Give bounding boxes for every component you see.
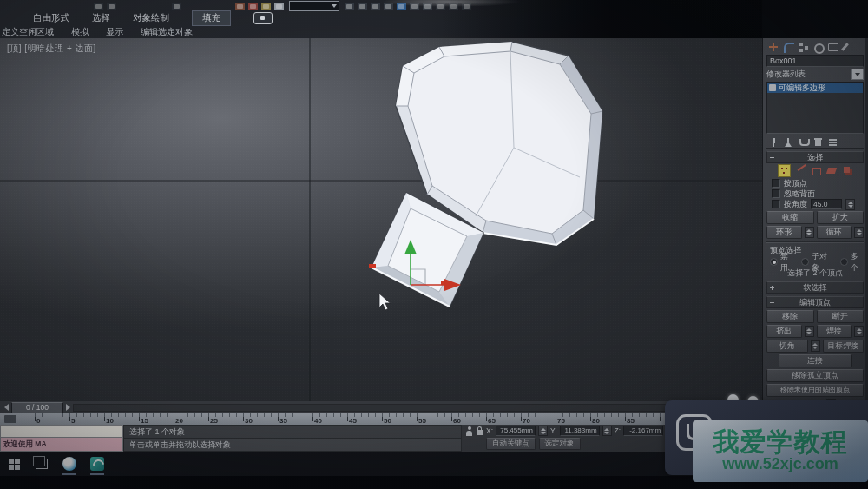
trackbar-tick-label: 40 [314,417,349,425]
preview-multi-option[interactable]: 多个 [840,251,864,274]
ribbon-panel-simulate[interactable]: 模拟 [71,26,89,38]
percent-snap-icon[interactable] [261,3,271,10]
x-spinner[interactable] [538,426,548,436]
select-object-icon[interactable] [345,3,354,10]
remove-modifier-icon[interactable] [813,137,823,147]
ribbon-tab-selection[interactable]: 选择 [92,12,110,24]
browser-taskbar-button[interactable] [61,453,78,475]
task-view-button[interactable] [33,453,50,475]
by-angle-checkbox[interactable] [772,200,780,208]
extrude-settings[interactable] [805,326,814,337]
ribbon-panel-flow-areas[interactable]: 定义空闲区域 [2,26,54,38]
time-slider-handle[interactable]: 0 / 100 [11,402,63,413]
remove-isolated-vertices-button[interactable]: 移除孤立顶点 [766,369,864,382]
modify-tab-icon[interactable] [783,42,794,52]
isolate-selection-icon[interactable] [465,426,473,436]
start-button[interactable] [5,453,23,475]
selection-set-button[interactable]: 选定对象 [539,438,581,450]
motion-tab-icon[interactable] [812,42,824,52]
remove-button[interactable]: 移除 [766,310,814,323]
trackbar-tick-label: 10 [106,417,141,425]
snap-toggle-icon[interactable] [235,3,245,10]
select-region-icon[interactable] [371,3,380,10]
create-tab-icon[interactable] [768,42,779,52]
selection-lock-icon[interactable] [476,426,483,436]
auto-key-button[interactable]: 自动关键点 [486,438,536,450]
ribbon-panel-edit-selected[interactable]: 编辑选定对象 [141,26,193,38]
ribbon-panel-labels: 定义空闲区域 模拟 显示 编辑选定对象 [0,25,193,38]
stack-item-editable-poly[interactable]: 可编辑多边形 [767,83,863,93]
ribbon-tab-freeform[interactable]: 自由形式 [33,12,69,24]
by-vertex-checkbox[interactable] [772,179,780,188]
selection-filter-dropdown[interactable] [289,1,339,11]
connect-button[interactable]: 连接 [779,354,852,367]
toolbar-icon[interactable] [94,3,103,10]
grow-button[interactable]: 扩大 [817,211,865,224]
remove-unused-map-verts-button[interactable]: 移除未使用的贴图顶点 [766,384,864,397]
loop-spinner[interactable] [854,227,864,238]
modifier-list-label[interactable]: 修改器列表 [766,69,806,80]
toolbar-icon[interactable] [172,3,181,10]
video-help-icon[interactable] [253,12,273,24]
edge-subobject-icon[interactable] [795,165,806,176]
spinner-snap-icon[interactable] [274,3,284,10]
angle-value-field[interactable]: 45.0 [811,199,842,209]
hierarchy-tab-icon[interactable] [798,42,809,52]
shrink-button[interactable]: 收缩 [766,211,814,224]
rollout-soft-selection-header[interactable]: 软选择 [766,281,864,294]
time-slider-track[interactable] [73,404,759,412]
display-tab-icon[interactable] [827,42,838,52]
ribbon-tab-populate[interactable]: 填充 [192,10,231,26]
next-frame-icon[interactable] [66,404,70,411]
3dsmax-taskbar-button[interactable] [89,453,106,475]
ribbon-panel-display[interactable]: 显示 [106,26,123,38]
modifier-stack[interactable]: 可编辑多边形 [766,82,864,134]
maxscript-mini-listener[interactable]: 欢迎使用 MA [0,425,123,452]
trackbar-tick-label: 0 [36,417,71,425]
configure-modifier-sets-icon[interactable] [828,137,838,147]
open-mini-curve-editor-icon[interactable] [4,415,16,423]
chamfer-button[interactable]: 切角 [766,340,808,353]
previous-frame-icon[interactable] [4,404,9,411]
border-subobject-icon[interactable] [811,165,822,176]
y-spinner[interactable] [602,426,612,436]
viewport[interactable]: [顶] [明暗处理 + 边面] [0,38,762,401]
z-coord-label: Z: [615,426,621,435]
radio-selected-icon [770,258,778,266]
rollout-selection-header[interactable]: 选择 [766,151,864,163]
angle-spinner[interactable] [845,199,855,210]
rollout-selection-title: 选择 [807,152,823,163]
break-button[interactable]: 断开 [817,310,865,323]
vertex-subobject-icon[interactable] [778,164,791,177]
loop-button[interactable]: 循环 [817,226,852,239]
extrude-button[interactable]: 挤出 [766,325,802,338]
x-coord-label: X: [486,426,493,435]
windows-logo-icon [9,459,20,470]
weld-button[interactable]: 焊接 [817,325,852,338]
element-subobject-icon[interactable] [842,165,853,176]
rollout-edit-vertices-header[interactable]: 编辑顶点 [766,296,864,308]
ring-spinner[interactable] [805,227,814,238]
utilities-tab-icon[interactable] [842,42,853,52]
weld-settings[interactable] [854,326,864,337]
maxscript-listener-line[interactable] [0,425,123,438]
angle-snap-icon[interactable] [248,3,258,10]
chamfer-settings[interactable] [811,340,820,352]
ring-button[interactable]: 环形 [766,226,802,239]
y-coord-field[interactable]: 11.383mm [560,426,600,436]
make-unique-icon[interactable] [799,137,808,147]
object-name-field[interactable]: Box001 [766,55,864,67]
z-coord-field[interactable]: -2.167mm [623,426,663,436]
toolbar-icon[interactable] [107,3,116,10]
ribbon-tab-object-paint[interactable]: 对象绘制 [133,12,169,24]
polygon-subobject-icon[interactable] [826,165,838,176]
target-weld-button[interactable]: 目标焊接 [823,340,865,353]
x-coord-field[interactable]: 75.455mm [496,426,536,436]
show-end-result-icon[interactable] [784,137,793,147]
track-bar[interactable]: 0 5 10 15 20 25 30 35 40 45 50 55 60 65 … [0,413,762,425]
maxscript-recorder-line[interactable]: 欢迎使用 MA [0,438,123,452]
pin-stack-icon[interactable] [769,137,779,147]
ignore-backfacing-checkbox[interactable] [772,189,780,198]
modifier-list-dropdown-button[interactable] [851,69,864,80]
select-by-name-icon[interactable] [358,3,367,10]
